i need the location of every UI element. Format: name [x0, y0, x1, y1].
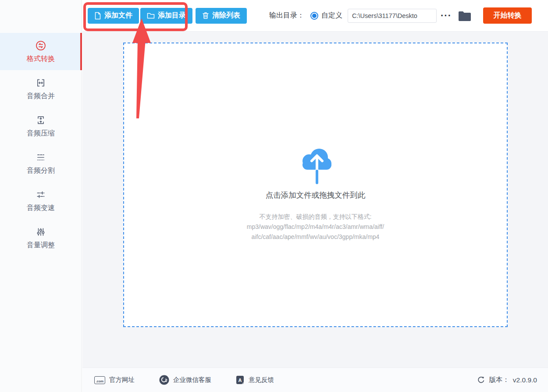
sidebar-item-audio-merge[interactable]: 音频合并 [0, 70, 82, 107]
audio-converter-window: 格式转换 音频合并 音频压缩 音频分割 [0, 0, 548, 392]
dropzone-hint-line2: mp3/wav/ogg/flac/mp2/m4a/m4r/ac3/amr/wma… [247, 222, 384, 232]
add-folder-label: 添加目录 [158, 11, 186, 20]
version-value: v2.0.9.0 [513, 376, 537, 384]
sidebar-item-label: 格式转换 [27, 54, 55, 64]
wechat-service-label: 企业微信客服 [173, 376, 211, 384]
audio-speed-icon [35, 189, 46, 200]
refresh-icon[interactable] [477, 376, 485, 384]
wechat-service-link[interactable]: 企业微信客服 [159, 375, 211, 385]
version-info: 版本：v2.0.9.0 [477, 375, 537, 385]
sidebar-item-label: 音频变速 [27, 203, 55, 213]
sidebar-item-volume-adjust[interactable]: 音量调整 [0, 219, 82, 257]
sidebar-item-audio-split[interactable]: 音频分割 [0, 145, 82, 182]
dropzone-hint-line1: 不支持加密、破损的音频，支持以下格式: [247, 212, 384, 222]
sidebar: 格式转换 音频合并 音频压缩 音频分割 [0, 0, 82, 392]
sidebar-item-label: 音频压缩 [27, 129, 55, 138]
output-directory-group: 输出目录： 自定义 ··· 开始转换 [269, 7, 532, 24]
sidebar-item-format-convert[interactable]: 格式转换 [0, 33, 82, 70]
svg-text:A: A [238, 378, 242, 383]
add-folder-button[interactable]: 添加目录 [140, 8, 192, 24]
clear-list-button[interactable]: 清除列表 [196, 8, 247, 24]
toolbar: 添加文件 添加目录 清除列表 输出目录： 自定义 ··· 开始转换 [82, 0, 548, 32]
custom-radio[interactable] [310, 12, 318, 20]
folder-icon [147, 12, 155, 19]
sidebar-item-label: 音频合并 [27, 92, 55, 101]
volume-adjust-icon [35, 226, 46, 238]
feedback-icon: A [236, 375, 245, 385]
file-dropzone[interactable]: 点击添加文件或拖拽文件到此 不支持加密、破损的音频，支持以下格式: mp3/wa… [123, 43, 508, 327]
official-site-link[interactable]: .com 官方网址 [94, 376, 135, 384]
sidebar-item-audio-compress[interactable]: 音频压缩 [0, 107, 82, 145]
version-label: 版本： [489, 375, 509, 385]
dropzone-hint-line3: aifc/caf/aac/ape/mmf/wv/au/voc/3gpp/mka/… [247, 232, 384, 242]
official-site-label: 官方网址 [109, 376, 135, 384]
output-directory-label: 输出目录： [269, 11, 304, 20]
sidebar-item-label: 音频分割 [27, 166, 55, 175]
wechat-service-icon [159, 375, 169, 385]
audio-merge-icon [35, 77, 46, 89]
sidebar-item-audio-speed[interactable]: 音频变速 [0, 182, 82, 219]
audio-compress-icon [35, 114, 46, 126]
main-content: 点击添加文件或拖拽文件到此 不支持加密、破损的音频，支持以下格式: mp3/wa… [82, 32, 548, 367]
format-convert-icon [35, 40, 46, 51]
dropzone-hints: 不支持加密、破损的音频，支持以下格式: mp3/wav/ogg/flac/mp2… [247, 212, 384, 242]
custom-radio-label: 自定义 [321, 11, 342, 20]
dropzone-title: 点击添加文件或拖拽文件到此 [266, 190, 366, 200]
add-file-label: 添加文件 [104, 11, 132, 20]
clear-list-label: 清除列表 [212, 11, 240, 20]
output-path-input[interactable] [348, 9, 437, 23]
open-folder-icon[interactable] [458, 10, 472, 22]
feedback-label: 意见反馈 [249, 376, 274, 384]
start-convert-button[interactable]: 开始转换 [483, 7, 532, 24]
footer: .com 官方网址 企业微信客服 A 意见反馈 [82, 367, 548, 392]
browse-more-button[interactable]: ··· [441, 11, 452, 20]
audio-split-icon [35, 152, 46, 163]
feedback-link[interactable]: A 意见反馈 [236, 375, 274, 385]
add-file-button[interactable]: 添加文件 [88, 8, 139, 24]
trash-icon [202, 12, 209, 19]
sidebar-item-label: 音量调整 [27, 241, 55, 250]
file-icon [94, 12, 101, 20]
cloud-upload-icon [298, 144, 333, 185]
com-website-icon: .com [94, 376, 105, 384]
